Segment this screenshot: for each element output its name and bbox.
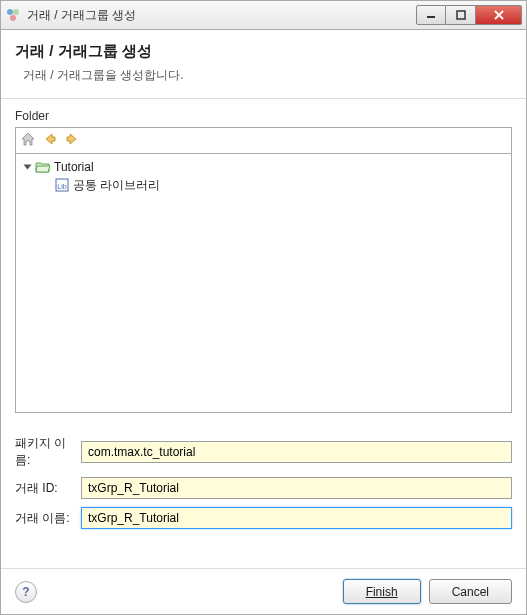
close-button[interactable]	[476, 5, 522, 25]
help-icon: ?	[22, 585, 29, 599]
txname-label: 거래 이름:	[15, 510, 81, 527]
svg-point-1	[13, 9, 19, 15]
svg-point-2	[10, 15, 16, 21]
dialog-header: 거래 / 거래그룹 생성 거래 / 거래그룹을 생성합니다.	[1, 30, 526, 99]
minimize-button[interactable]	[416, 5, 446, 25]
maximize-button[interactable]	[446, 5, 476, 25]
txid-label: 거래 ID:	[15, 480, 81, 497]
finish-button[interactable]: Finish	[343, 579, 421, 604]
form-row-txid: 거래 ID:	[15, 477, 512, 499]
window-body: 거래 / 거래그룹 생성 거래 / 거래그룹을 생성합니다. Folder	[0, 30, 527, 615]
tree-item[interactable]: Tutorial	[18, 158, 509, 176]
dialog-subtitle: 거래 / 거래그룹을 생성합니다.	[23, 67, 512, 84]
back-icon[interactable]	[42, 131, 58, 150]
help-button[interactable]: ?	[15, 581, 37, 603]
txname-input[interactable]	[81, 507, 512, 529]
tree-item-label: 공통 라이브러리	[73, 177, 160, 194]
app-icon	[5, 7, 21, 23]
cancel-button[interactable]: Cancel	[429, 579, 512, 604]
tree-item-label: Tutorial	[54, 160, 94, 174]
form-row-package: 패키지 이름:	[15, 435, 512, 469]
svg-rect-4	[457, 11, 465, 19]
window-controls	[416, 5, 522, 25]
folder-tree[interactable]: Tutorial Lib 공통 라이브러리	[15, 153, 512, 413]
dialog-content: Folder Tutorial	[1, 99, 526, 568]
titlebar: 거래 / 거래그룹 생성	[0, 0, 527, 30]
tree-expander-icon[interactable]	[22, 162, 33, 173]
lib-icon: Lib	[54, 177, 70, 193]
form-row-txname: 거래 이름:	[15, 507, 512, 529]
forward-icon[interactable]	[64, 131, 80, 150]
home-icon[interactable]	[20, 131, 36, 150]
package-input[interactable]	[81, 441, 512, 463]
txid-input[interactable]	[81, 477, 512, 499]
package-label: 패키지 이름:	[15, 435, 81, 469]
form-section: 패키지 이름: 거래 ID: 거래 이름:	[15, 435, 512, 537]
svg-point-0	[7, 9, 13, 15]
folder-open-icon	[35, 159, 51, 175]
dialog-footer: ? Finish Cancel	[1, 568, 526, 614]
dialog-title: 거래 / 거래그룹 생성	[15, 42, 512, 61]
window-title: 거래 / 거래그룹 생성	[27, 7, 416, 24]
folder-label: Folder	[15, 109, 512, 123]
svg-text:Lib: Lib	[57, 183, 66, 190]
tree-item[interactable]: Lib 공통 라이브러리	[18, 176, 509, 194]
tree-toolbar	[15, 127, 512, 153]
